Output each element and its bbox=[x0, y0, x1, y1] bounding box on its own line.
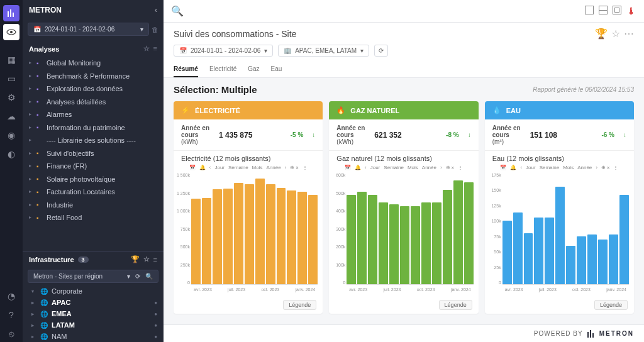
sidebar-date-filter[interactable]: 📅 2024-01-01 - 2024-02-06 ▾ bbox=[28, 23, 149, 36]
sidebar-analysis-item[interactable]: ▸▪Alarmes bbox=[23, 108, 164, 121]
page-date-filter[interactable]: 📅 2024-01-01 - 2024-02-06 ▾ bbox=[174, 45, 273, 57]
more-icon[interactable]: ⋮ bbox=[458, 165, 463, 170]
search-icon[interactable]: 🔍 bbox=[145, 273, 153, 280]
tab-gaz[interactable]: Gaz bbox=[248, 62, 259, 77]
caret-icon: ▸ bbox=[29, 124, 34, 131]
tab-eau[interactable]: Eau bbox=[271, 62, 282, 77]
sidebar-analysis-item[interactable]: ▸▪Suivi d'objectifs bbox=[23, 147, 164, 160]
folder-icon: ▪ bbox=[36, 97, 44, 106]
bell-icon[interactable]: 🔔 bbox=[199, 165, 206, 170]
kpi-delta: -6 % ↓ bbox=[601, 131, 626, 138]
star-icon[interactable]: ☆ bbox=[611, 28, 620, 40]
view-single-icon[interactable] bbox=[585, 6, 594, 14]
refresh-button[interactable]: ⟳ bbox=[374, 45, 388, 57]
zoom-icon[interactable]: ⊕ x bbox=[601, 165, 609, 170]
sidebar-analysis-item[interactable]: ▸▪Information du patrimoine bbox=[23, 121, 164, 135]
search-icon[interactable]: 🔍 bbox=[171, 5, 184, 17]
range-annee[interactable]: Année bbox=[577, 165, 592, 170]
infra-region-item[interactable]: ▸🌐LATAM● bbox=[23, 319, 164, 331]
range-jour[interactable]: Jour bbox=[526, 165, 536, 170]
sidebar-analysis-item[interactable]: ▸▪Solaire photovoltaïque bbox=[23, 173, 164, 186]
star-icon[interactable]: ☆ bbox=[143, 255, 150, 263]
resource-icon: 🔥 bbox=[336, 106, 345, 114]
chart-bar bbox=[432, 202, 441, 284]
range-mois[interactable]: Mois bbox=[252, 165, 263, 170]
legend-button[interactable]: Légende bbox=[594, 300, 628, 310]
rail-user-icon[interactable]: ◐ bbox=[3, 146, 19, 162]
range-semaine[interactable]: Semaine bbox=[540, 165, 560, 170]
calendar-icon[interactable]: 📅 bbox=[345, 165, 351, 170]
list-icon[interactable]: ≡ bbox=[153, 45, 157, 53]
chart-bars bbox=[191, 173, 318, 285]
sidebar-analysis-item[interactable]: ▸▪Analyses détaillées bbox=[23, 96, 164, 109]
legend-button[interactable]: Légende bbox=[283, 300, 316, 310]
tab-résumé[interactable]: Résumé bbox=[174, 62, 198, 77]
tab-electricité[interactable]: Electricité bbox=[209, 62, 236, 77]
trophy-icon[interactable]: 🏆 bbox=[595, 28, 608, 40]
bell-icon[interactable]: 🔔 bbox=[355, 165, 361, 170]
rail-grid-icon[interactable]: ▦ bbox=[3, 52, 19, 68]
infra-region-item[interactable]: ▸🌐APAC● bbox=[23, 297, 164, 308]
sidebar-analysis-item[interactable]: ▸---- Librairie des solutions ---- bbox=[23, 134, 164, 147]
collapse-icon[interactable]: ‹ bbox=[155, 6, 157, 14]
sidebar-analysis-item[interactable]: ▸▪Exploration des données bbox=[23, 82, 164, 96]
sidebar-analysis-item[interactable]: ▸▪Industrie bbox=[23, 199, 164, 212]
trophy-icon[interactable]: 🏆 bbox=[131, 255, 140, 263]
rail-logout-icon[interactable]: ⎋ bbox=[3, 326, 19, 342]
eye-icon[interactable] bbox=[3, 24, 19, 40]
rail-cloud-icon[interactable]: ☁ bbox=[3, 108, 19, 124]
rail-calendar-icon[interactable]: ▭ bbox=[3, 70, 19, 87]
range-semaine[interactable]: Semaine bbox=[384, 165, 404, 170]
chart-toolbar: 📅 🔔 ‹ Jour Semaine Mois Année › ⊕ x ⋮ bbox=[329, 163, 478, 173]
next-icon[interactable]: › bbox=[285, 165, 287, 170]
thermometer-icon[interactable]: 🌡 bbox=[626, 6, 636, 17]
rail-help-icon[interactable]: ? bbox=[3, 307, 19, 323]
range-mois[interactable]: Mois bbox=[408, 165, 418, 170]
logo-icon[interactable] bbox=[3, 5, 19, 21]
more-icon[interactable]: ⋮ bbox=[303, 165, 308, 170]
folder-icon: ▪ bbox=[36, 148, 44, 158]
archive-icon[interactable]: 🗑 bbox=[152, 26, 158, 33]
star-icon[interactable]: ☆ bbox=[143, 45, 150, 53]
more-icon[interactable]: ⋯ bbox=[624, 28, 634, 40]
arrow-down-icon: ↓ bbox=[468, 131, 471, 138]
view-split-icon[interactable] bbox=[599, 6, 608, 14]
page-region-filter[interactable]: 🏢 APAC, EMEA, LATAM ▾ bbox=[278, 45, 369, 57]
range-mois[interactable]: Mois bbox=[563, 165, 574, 170]
folder-icon: ▪ bbox=[36, 174, 44, 184]
svg-rect-1 bbox=[10, 9, 11, 17]
calendar-icon[interactable]: 📅 bbox=[189, 165, 196, 170]
infra-selector[interactable]: Metron - Sites par région ▾ ⟳ 🔍 bbox=[28, 270, 158, 283]
sidebar-analysis-item[interactable]: ▸▪Facturation Locataires bbox=[23, 185, 164, 199]
sidebar-analysis-item[interactable]: ▸▪Global Monitoring bbox=[23, 57, 164, 70]
sidebar-analysis-item[interactable]: ▸▪Benchmark & Performance bbox=[23, 70, 164, 83]
range-annee[interactable]: Année bbox=[266, 165, 280, 170]
zoom-icon[interactable]: ⊕ x bbox=[446, 165, 454, 170]
more-icon[interactable]: ⋮ bbox=[613, 165, 618, 170]
rail-node-icon[interactable]: ◉ bbox=[3, 127, 19, 143]
view-grid-icon[interactable] bbox=[613, 6, 621, 14]
list-icon[interactable]: ≡ bbox=[153, 256, 157, 263]
prev-icon[interactable]: ‹ bbox=[209, 165, 211, 170]
prev-icon[interactable]: ‹ bbox=[365, 165, 367, 170]
calendar-icon[interactable]: 📅 bbox=[500, 165, 506, 170]
rail-gear-icon[interactable]: ⚙ bbox=[3, 89, 19, 106]
infra-region-item[interactable]: ▸🌐EMEA● bbox=[23, 308, 164, 319]
range-jour[interactable]: Jour bbox=[370, 165, 380, 170]
bell-icon[interactable]: 🔔 bbox=[510, 165, 516, 170]
range-jour[interactable]: Jour bbox=[214, 165, 225, 170]
sidebar-analysis-item[interactable]: ▸▪Finance (FR) bbox=[23, 160, 164, 173]
infra-region-item[interactable]: ▸🌐NAM● bbox=[23, 331, 164, 342]
rail-profile-icon[interactable]: ◔ bbox=[3, 288, 19, 304]
range-annee[interactable]: Année bbox=[422, 165, 436, 170]
prev-icon[interactable]: ‹ bbox=[520, 165, 522, 170]
infra-root[interactable]: ▾ 🌐 Corporate bbox=[23, 285, 164, 297]
range-semaine[interactable]: Semaine bbox=[228, 165, 248, 170]
zoom-icon[interactable]: ⊕ x bbox=[290, 165, 298, 170]
chart-bar bbox=[453, 180, 463, 284]
refresh-icon[interactable]: ⟳ bbox=[135, 273, 140, 280]
next-icon[interactable]: › bbox=[596, 165, 597, 170]
legend-button[interactable]: Légende bbox=[439, 300, 472, 310]
next-icon[interactable]: › bbox=[440, 165, 442, 170]
sidebar-analysis-item[interactable]: ▸▪Retail Food bbox=[23, 211, 164, 224]
